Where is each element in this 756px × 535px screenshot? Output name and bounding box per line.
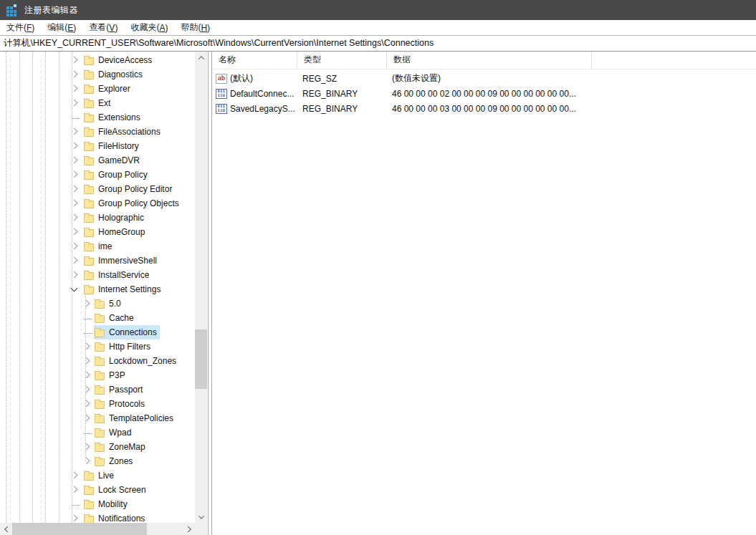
tree-node[interactable]: Explorer (83, 82, 133, 96)
expand-chevron-icon[interactable] (71, 100, 78, 107)
tree-item-installservice[interactable]: InstallService (0, 268, 195, 282)
tree-node[interactable]: Passport (94, 382, 145, 397)
tree-vertical-scrollbar[interactable] (195, 52, 207, 535)
tree-item-group-policy-objects[interactable]: Group Policy Objects (0, 196, 195, 211)
expand-chevron-icon[interactable] (71, 185, 78, 193)
tree-item-extensions[interactable]: Extensions (0, 110, 195, 125)
tree-node[interactable]: InstallService (83, 268, 152, 282)
menu-item-favorites[interactable]: 收藏夹(A) (124, 20, 174, 35)
tree-item-cache[interactable]: Cache (0, 311, 195, 325)
tree-item-diagnostics[interactable]: Diagnostics (0, 67, 195, 82)
tree-node[interactable]: Mobility (83, 497, 130, 511)
tree-item-homegroup[interactable]: HomeGroup (0, 225, 195, 239)
tree-node[interactable]: Diagnostics (83, 67, 145, 82)
collapse-chevron-icon[interactable] (71, 285, 78, 292)
expand-chevron-icon[interactable] (71, 271, 78, 279)
tree-item-lock-screen[interactable]: Lock Screen (0, 483, 195, 497)
tree-node[interactable]: ImmersiveShell (83, 254, 160, 268)
scroll-down-arrow[interactable] (195, 511, 207, 523)
tree-node[interactable]: Connections (94, 325, 160, 339)
tree-node[interactable]: Internet Settings (83, 282, 163, 297)
scroll-left-arrow[interactable] (0, 523, 12, 535)
tree-item-mobility[interactable]: Mobility (0, 497, 195, 511)
tree-item-filehistory[interactable]: FileHistory (0, 139, 195, 153)
expand-chevron-icon[interactable] (71, 200, 78, 207)
tree-node[interactable]: Lock Screen (83, 483, 149, 497)
tree-node[interactable]: ZoneMap (94, 440, 148, 454)
tree-item-live[interactable]: Live (0, 468, 195, 483)
tree-node[interactable]: HomeGroup (83, 225, 148, 239)
tree-node[interactable]: Group Policy Objects (83, 196, 182, 211)
expand-chevron-icon[interactable] (71, 486, 78, 493)
tree-node[interactable]: GameDVR (83, 153, 143, 168)
tree-item-connections[interactable]: Connections (0, 325, 195, 339)
tree-item-protocols[interactable]: Protocols (0, 397, 195, 411)
tree-item-zones[interactable]: Zones (0, 454, 195, 468)
expand-chevron-icon[interactable] (71, 472, 78, 479)
tree-item-deviceaccess[interactable]: DeviceAccess (0, 53, 195, 67)
tree-node[interactable]: Ext (83, 96, 113, 110)
expand-chevron-icon[interactable] (71, 71, 78, 78)
expand-chevron-icon[interactable] (71, 128, 78, 135)
scroll-right-arrow[interactable] (183, 523, 195, 535)
tree-node[interactable]: Lockdown_Zones (94, 354, 179, 368)
tree-node[interactable]: 5.0 (94, 297, 124, 311)
tree-node[interactable]: FileHistory (83, 139, 142, 153)
tree-node[interactable]: TemplatePolicies (94, 411, 176, 425)
tree-node[interactable]: Protocols (94, 397, 148, 411)
tree-item-holographic[interactable]: Holographic (0, 211, 195, 225)
menu-item-view[interactable]: 查看(V) (82, 20, 124, 35)
tree-item-internet-settings[interactable]: Internet Settings (0, 282, 195, 297)
menu-item-file[interactable]: 文件(F) (0, 20, 41, 35)
tree-item-p3p[interactable]: P3P (0, 368, 195, 382)
tree-item-5-0[interactable]: 5.0 (0, 297, 195, 311)
expand-chevron-icon[interactable] (71, 57, 78, 64)
scroll-up-arrow[interactable] (195, 52, 207, 64)
tree-item-gamedvr[interactable]: GameDVR (0, 153, 195, 168)
tree-node[interactable]: Holographic (83, 211, 147, 225)
tree-node[interactable]: ime (83, 239, 115, 254)
expand-chevron-icon[interactable] (71, 243, 78, 250)
tree-horizontal-scrollbar[interactable] (0, 523, 195, 535)
tree-item-ext[interactable]: Ext (0, 96, 195, 110)
tree-node[interactable]: Live (83, 468, 117, 483)
tree-node[interactable]: Wpad (94, 425, 134, 440)
expand-chevron-icon[interactable] (83, 443, 90, 450)
expand-chevron-icon[interactable] (83, 386, 90, 393)
tree-node[interactable]: Extensions (83, 110, 143, 125)
address-bar-input[interactable] (0, 37, 756, 52)
expand-chevron-icon[interactable] (83, 357, 90, 365)
expand-chevron-icon[interactable] (83, 458, 90, 465)
menu-item-edit[interactable]: 编辑(E) (41, 20, 82, 35)
tree-item-group-policy-editor[interactable]: Group Policy Editor (0, 182, 195, 196)
tree-item-group-policy[interactable]: Group Policy (0, 168, 195, 182)
expand-chevron-icon[interactable] (83, 415, 90, 422)
value-row[interactable]: 011110SavedLegacyS...REG_BINARY46 00 00 … (212, 101, 756, 116)
tree-item-ime[interactable]: ime (0, 239, 195, 254)
expand-chevron-icon[interactable] (83, 372, 90, 379)
expand-chevron-icon[interactable] (71, 515, 78, 522)
expand-chevron-icon[interactable] (71, 257, 78, 264)
tree-node[interactable]: Zones (94, 454, 135, 468)
column-header-name[interactable]: 名称 (212, 52, 297, 69)
tree-item-immersiveshell[interactable]: ImmersiveShell (0, 254, 195, 268)
column-header-data[interactable]: 数据 (387, 52, 592, 69)
expand-chevron-icon[interactable] (71, 171, 78, 178)
tree-item-lockdown-zones[interactable]: Lockdown_Zones (0, 354, 195, 368)
tree-node[interactable]: P3P (94, 368, 128, 382)
menu-item-help[interactable]: 帮助(H) (174, 20, 216, 35)
expand-chevron-icon[interactable] (83, 300, 90, 307)
expand-chevron-icon[interactable] (71, 85, 78, 92)
tree-node[interactable]: Http Filters (94, 339, 153, 354)
expand-chevron-icon[interactable] (71, 228, 78, 236)
tree-node[interactable]: Group Policy Editor (83, 182, 175, 196)
tree-node[interactable]: Cache (94, 311, 137, 325)
tree-node[interactable]: FileAssociations (83, 125, 163, 139)
tree-item-templatepolicies[interactable]: TemplatePolicies (0, 411, 195, 425)
expand-chevron-icon[interactable] (71, 143, 78, 150)
expand-chevron-icon[interactable] (83, 400, 90, 408)
tree-item-fileassociations[interactable]: FileAssociations (0, 125, 195, 139)
tree-item-zonemap[interactable]: ZoneMap (0, 440, 195, 454)
column-header-type[interactable]: 类型 (297, 52, 387, 69)
vertical-scroll-thumb[interactable] (195, 329, 207, 389)
